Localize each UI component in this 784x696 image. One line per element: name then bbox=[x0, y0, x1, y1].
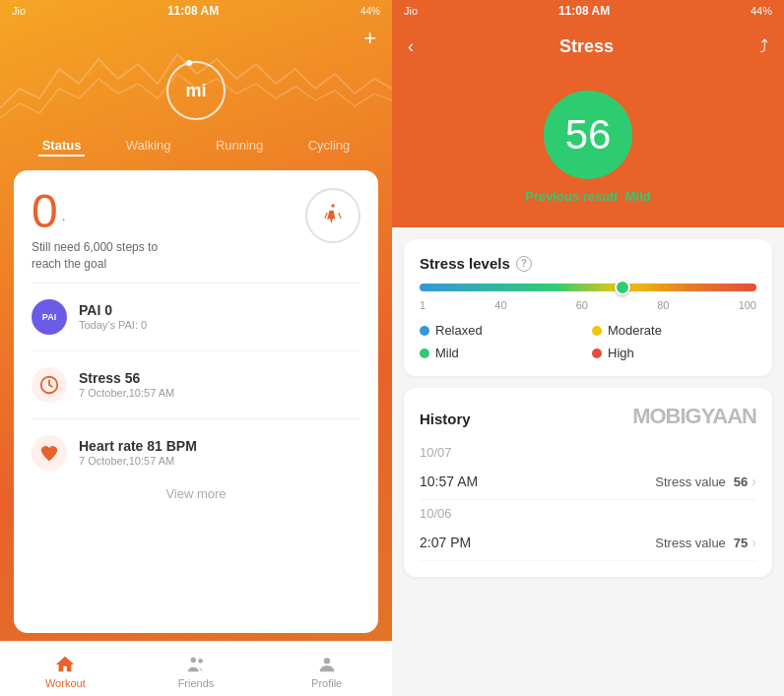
score-section: 56 Previous result Mild bbox=[392, 71, 784, 227]
nav-profile-label: Profile bbox=[311, 677, 342, 689]
mild-dot bbox=[420, 348, 429, 358]
divider-1 bbox=[32, 283, 360, 284]
steps-unit: . bbox=[62, 197, 66, 235]
steps-row: 0 . Still need 6,000 steps to reach the … bbox=[32, 188, 360, 273]
date-label-1: 10/07 bbox=[420, 439, 756, 464]
stress-levels-title: Stress levels ? bbox=[420, 255, 756, 272]
watermark: MOBIGYAAN bbox=[632, 404, 756, 429]
pai-icon: PAI bbox=[32, 299, 67, 335]
heart-icon bbox=[32, 435, 67, 471]
svg-point-0 bbox=[331, 204, 335, 208]
stress-header: ‹ Stress ⤴ bbox=[392, 22, 784, 71]
status-bar-right: Jio 11:08 AM 44% bbox=[392, 0, 784, 22]
legend-moderate: Moderate bbox=[592, 323, 756, 338]
header-area: + bbox=[0, 22, 392, 51]
steps-info: 0 . Still need 6,000 steps to reach the … bbox=[32, 188, 189, 273]
heart-info: Heart rate 81 BPM 7 October,10:57 AM bbox=[79, 438, 360, 467]
nav-friends-label: Friends bbox=[178, 677, 215, 689]
tab-walking[interactable]: Walking bbox=[122, 136, 175, 157]
history-row-1[interactable]: 10:57 AM Stress value 56 › bbox=[420, 464, 756, 500]
time-right: 11:08 AM bbox=[558, 4, 610, 18]
score-circle: 56 bbox=[544, 91, 632, 179]
tab-cycling[interactable]: Cycling bbox=[304, 136, 355, 157]
legend-high: High bbox=[592, 346, 756, 360]
carrier-right: Jio bbox=[404, 5, 418, 17]
score-value: 56 bbox=[565, 111, 612, 158]
walk-icon bbox=[305, 188, 360, 243]
divider-3 bbox=[32, 418, 360, 419]
history-card: History MOBIGYAAN 10/07 10:57 AM Stress … bbox=[404, 388, 772, 577]
svg-point-3 bbox=[198, 659, 203, 664]
bottom-nav: Workout Friends Profile bbox=[0, 641, 392, 696]
back-button[interactable]: ‹ bbox=[408, 36, 414, 57]
nav-workout[interactable]: Workout bbox=[35, 654, 95, 689]
stress-row[interactable]: Stress 56 7 October,10:57 AM bbox=[32, 359, 360, 411]
left-panel: Jio 11:08 AM 44% + mi Status Walking Run… bbox=[0, 0, 392, 696]
view-more-btn[interactable]: View more bbox=[32, 478, 360, 503]
steps-goal: Still need 6,000 steps to reach the goal bbox=[32, 239, 189, 273]
tab-status[interactable]: Status bbox=[38, 136, 86, 157]
divider-2 bbox=[32, 350, 360, 351]
add-button[interactable]: + bbox=[363, 26, 376, 51]
pai-sub: Today's PAI: 0 bbox=[79, 319, 360, 331]
mi-logo: mi bbox=[166, 61, 226, 120]
tabs-area: Status Walking Running Cycling bbox=[0, 128, 392, 162]
history-time-2: 2:07 PM bbox=[420, 535, 471, 550]
stress-slider-bar bbox=[420, 284, 756, 291]
stress-page-title: Stress bbox=[422, 36, 751, 57]
history-value-1: Stress value 56 › bbox=[655, 474, 756, 489]
steps-count: 0 bbox=[32, 188, 58, 235]
svg-point-2 bbox=[190, 657, 196, 663]
carrier-left: Jio bbox=[12, 5, 26, 17]
history-value-2: Stress value 75 › bbox=[655, 535, 756, 550]
slider-thumb bbox=[615, 280, 630, 295]
legend-relaxed: Relaxed bbox=[420, 323, 584, 338]
chevron-icon-2: › bbox=[751, 535, 756, 550]
pai-info: PAI 0 Today's PAI: 0 bbox=[79, 302, 360, 331]
battery-right: 44% bbox=[751, 5, 772, 17]
help-icon[interactable]: ? bbox=[516, 256, 532, 272]
content-area: Stress levels ? 1 40 60 80 100 Relaxed bbox=[392, 227, 784, 696]
heart-row[interactable]: Heart rate 81 BPM 7 October,10:57 AM bbox=[32, 427, 360, 478]
time-left: 11:08 AM bbox=[167, 4, 219, 18]
battery-left: 44% bbox=[360, 6, 380, 17]
pai-title: PAI 0 bbox=[79, 302, 360, 318]
heart-title: Heart rate 81 BPM bbox=[79, 438, 360, 454]
svg-point-4 bbox=[323, 658, 329, 664]
history-row-2[interactable]: 2:07 PM Stress value 75 › bbox=[420, 525, 756, 561]
prev-result: Previous result Mild bbox=[525, 189, 651, 204]
heart-sub: 7 October,10:57 AM bbox=[79, 455, 360, 467]
mi-logo-area: mi bbox=[0, 51, 392, 124]
date-label-2: 10/06 bbox=[420, 500, 756, 525]
moderate-dot bbox=[592, 326, 602, 336]
right-panel: Jio 11:08 AM 44% ‹ Stress ⤴ 56 Previous … bbox=[392, 0, 784, 696]
stress-icon bbox=[32, 367, 67, 403]
status-bar-left: Jio 11:08 AM 44% bbox=[0, 0, 392, 22]
slider-labels: 1 40 60 80 100 bbox=[420, 299, 756, 311]
stress-info: Stress 56 7 October,10:57 AM bbox=[79, 370, 360, 399]
main-card: 0 . Still need 6,000 steps to reach the … bbox=[14, 170, 378, 633]
legend-mild: Mild bbox=[420, 346, 584, 360]
nav-profile[interactable]: Profile bbox=[297, 654, 357, 689]
stress-title: Stress 56 bbox=[79, 370, 360, 386]
high-dot bbox=[592, 348, 602, 358]
chevron-icon-1: › bbox=[751, 474, 756, 489]
stress-sub: 7 October,10:57 AM bbox=[79, 387, 360, 399]
prev-value: Mild bbox=[625, 189, 651, 204]
history-title: History bbox=[420, 411, 471, 427]
history-time-1: 10:57 AM bbox=[420, 474, 478, 489]
pai-row[interactable]: PAI PAI 0 Today's PAI: 0 bbox=[32, 291, 360, 343]
tab-running[interactable]: Running bbox=[212, 136, 267, 157]
relaxed-dot bbox=[420, 326, 429, 336]
share-button[interactable]: ⤴ bbox=[759, 36, 768, 57]
stress-levels-card: Stress levels ? 1 40 60 80 100 Relaxed bbox=[404, 239, 772, 376]
nav-friends[interactable]: Friends bbox=[166, 654, 226, 689]
nav-workout-label: Workout bbox=[45, 677, 86, 689]
legend-grid: Relaxed Moderate Mild High bbox=[420, 323, 756, 360]
